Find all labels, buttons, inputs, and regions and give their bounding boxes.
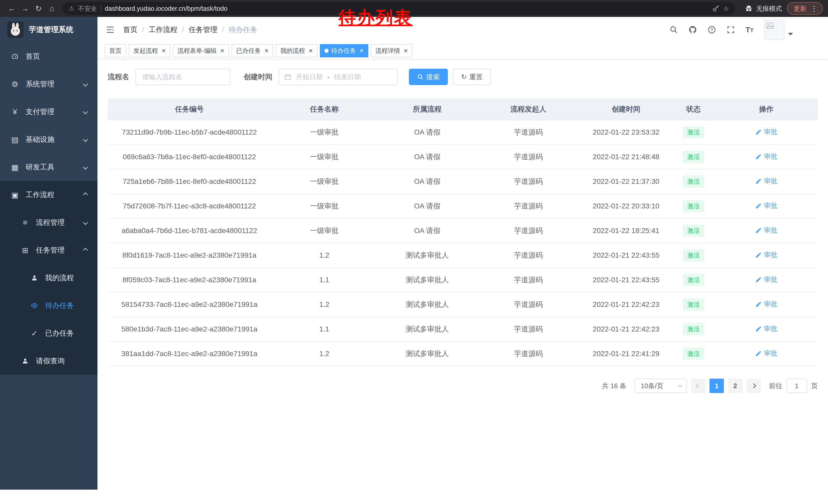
cell-task-id: 8f0d1619-7ac8-11ec-a9e2-a2380e71991a (108, 243, 271, 268)
cell-task-id: 381aa1dd-7ac8-11ec-a9e2-a2380e71991a (108, 341, 271, 366)
update-button[interactable]: 更新 ⋮ (787, 2, 823, 15)
table-row: 58154733-7ac8-11ec-a9e2-a2380e71991a1.2测… (108, 292, 818, 317)
breadcrumb-item[interactable]: 首页 (123, 25, 137, 35)
cell-task-id: 069c6a63-7b8a-11ec-8ef0-acde48001122 (108, 145, 271, 169)
approve-label: 审批 (764, 177, 777, 186)
prev-page-button[interactable] (691, 379, 705, 393)
close-icon[interactable]: × (359, 47, 364, 54)
approve-button[interactable]: 审批 (755, 324, 777, 333)
cell-create-time: 2022-01-22 18:25:41 (580, 218, 672, 243)
close-icon[interactable]: × (220, 47, 224, 54)
close-icon[interactable]: × (404, 47, 408, 54)
search-button[interactable]: 搜索 (409, 69, 448, 85)
status-badge: 激活 (683, 274, 704, 286)
approve-button[interactable]: 审批 (755, 201, 777, 210)
sidebar-item[interactable]: 首页 (0, 43, 97, 70)
goto-page-input[interactable] (786, 379, 807, 393)
sidebar-item-label: 已办任务 (45, 328, 74, 338)
sidebar-item[interactable]: ▦研发工具 (0, 153, 97, 181)
tag-item[interactable]: 待办任务× (320, 44, 368, 57)
approve-button[interactable]: 审批 (755, 152, 777, 161)
process-manage-icon: ≡ (20, 218, 30, 227)
sidebar-item-label: 研发工具 (26, 162, 54, 172)
pencil-icon (755, 252, 762, 259)
address-bar[interactable]: ⚠ 不安全 dashboard.yudao.iocoder.cn/bpm/tas… (63, 2, 735, 15)
more-icon[interactable]: ⋮ (811, 4, 818, 13)
goto-label: 前往 (769, 381, 782, 391)
sidebar-item[interactable]: ⊞任务管理 (0, 236, 97, 264)
browser-chrome: ← → ↻ ⌂ ⚠ 不安全 dashboard.yudao.iocoder.cn… (0, 0, 828, 17)
sidebar-collapse-icon[interactable] (106, 25, 115, 34)
approve-label: 审批 (764, 127, 777, 136)
user-avatar[interactable] (764, 19, 793, 40)
reset-button[interactable]: ↻ 重置 (453, 69, 491, 85)
page-button-2[interactable]: 2 (728, 379, 742, 393)
approve-label: 审批 (764, 226, 777, 235)
cell-action: 审批 (715, 194, 818, 218)
sidebar-item[interactable]: ¥支付管理 (0, 98, 97, 126)
app-logo-row[interactable]: 芋道管理系统 (0, 17, 97, 43)
close-icon[interactable]: × (308, 47, 313, 54)
end-date-placeholder[interactable]: 结束日期 (334, 73, 361, 82)
sidebar-item[interactable]: 请假查询 (0, 347, 97, 375)
fullscreen-icon[interactable] (727, 26, 735, 34)
approve-button[interactable]: 审批 (755, 300, 777, 309)
close-icon[interactable]: × (264, 47, 268, 54)
sidebar-menu: 首页⚙系统管理¥支付管理▤基础设施▦研发工具▣工作流程≡流程管理⊞任务管理我的流… (0, 43, 97, 375)
approve-button[interactable]: 审批 (755, 127, 777, 136)
column-header: 流程发起人 (477, 98, 580, 120)
breadcrumb-item[interactable]: 工作流程 (149, 25, 177, 35)
cell-status: 激活 (672, 194, 715, 218)
page-button-1[interactable]: 1 (709, 379, 724, 393)
star-icon[interactable]: ☆ (723, 5, 729, 12)
page-size-select[interactable]: 10条/页 (634, 379, 687, 393)
sidebar-item[interactable]: ✓已办任务 (0, 319, 97, 347)
start-date-placeholder[interactable]: 开始日期 (296, 73, 323, 82)
tag-item[interactable]: 流程表单-编辑× (173, 44, 229, 57)
process-name-input[interactable] (135, 69, 230, 85)
key-icon[interactable] (712, 5, 720, 12)
sidebar-item[interactable]: 待办任务 (0, 292, 97, 319)
chevron-down-icon (83, 109, 88, 114)
approve-button[interactable]: 审批 (755, 250, 777, 260)
tag-item[interactable]: 流程详情× (371, 44, 412, 57)
tag-item[interactable]: 发起流程× (129, 44, 170, 57)
sidebar-item[interactable]: ▤基础设施 (0, 126, 97, 153)
date-range-picker[interactable]: 开始日期 - 结束日期 (279, 69, 398, 85)
tag-item[interactable]: 已办任务× (232, 44, 273, 57)
table-row: 8f059c03-7ac8-11ec-a9e2-a2380e71991a1.1测… (108, 268, 818, 292)
approve-button[interactable]: 审批 (755, 226, 777, 235)
cell-process-name: 测试多审批人 (378, 317, 477, 341)
cell-process-name: OA 请假 (378, 120, 477, 145)
search-icon[interactable] (669, 26, 678, 34)
reload-icon[interactable]: ↻ (32, 2, 45, 15)
sidebar-item[interactable]: ≡流程管理 (0, 209, 97, 236)
cell-status: 激活 (672, 292, 715, 317)
home-icon[interactable]: ⌂ (45, 2, 58, 15)
text-size-icon[interactable]: TT (745, 26, 754, 34)
table-header-row: 任务编号任务名称所属流程流程发起人创建时间状态操作 (108, 98, 818, 120)
approve-button[interactable]: 审批 (755, 349, 777, 358)
approve-button[interactable]: 审批 (755, 177, 777, 186)
github-icon[interactable] (689, 26, 697, 34)
avatar[interactable] (764, 19, 784, 40)
status-badge: 激活 (683, 200, 704, 212)
sidebar-item-label: 流程管理 (36, 218, 65, 227)
tag-item[interactable]: 首页 (105, 44, 126, 57)
chevron-down-icon (83, 137, 88, 142)
help-icon[interactable]: ? (707, 26, 716, 34)
process-name-label: 流程名 (108, 72, 129, 82)
forward-icon[interactable]: → (18, 2, 32, 15)
pencil-icon (755, 227, 762, 234)
sidebar-item[interactable]: ⚙系统管理 (0, 70, 97, 98)
breadcrumb-item[interactable]: 任务管理 (189, 25, 217, 35)
back-icon[interactable]: ← (5, 2, 18, 15)
sidebar-item[interactable]: ▣工作流程 (0, 181, 97, 209)
approve-button[interactable]: 审批 (755, 275, 777, 284)
tag-item[interactable]: 我的流程× (276, 44, 317, 57)
table-row: 75d72608-7b7f-11ec-a3c8-acde48001122一级审批… (108, 194, 818, 218)
navbar-right: ? TT (669, 19, 820, 40)
close-icon[interactable]: × (162, 47, 166, 54)
sidebar-item[interactable]: 我的流程 (0, 264, 97, 292)
next-page-button[interactable] (746, 379, 761, 393)
